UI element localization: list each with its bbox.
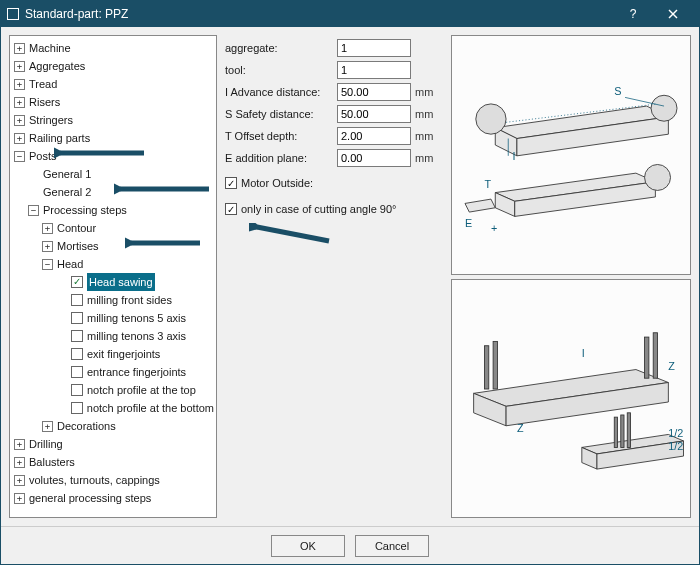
svg-text:1/2: 1/2 bbox=[668, 426, 683, 438]
svg-line-5 bbox=[257, 227, 329, 241]
diagram-top: S I T E + bbox=[451, 35, 691, 275]
svg-text:I: I bbox=[513, 150, 516, 162]
label-safety: S Safety distance: bbox=[225, 108, 333, 120]
input-tool[interactable] bbox=[337, 61, 411, 79]
tree-item[interactable]: milling tenons 5 axis bbox=[87, 309, 186, 327]
close-icon bbox=[668, 9, 678, 19]
svg-point-9 bbox=[476, 104, 506, 134]
checkbox-icon[interactable] bbox=[71, 294, 83, 306]
annotation-arrow bbox=[249, 223, 339, 247]
parameter-form: aggregate: tool: I Advance distance: mm bbox=[225, 35, 443, 518]
svg-text:Z: Z bbox=[668, 359, 675, 371]
input-advance-distance[interactable] bbox=[337, 83, 411, 101]
tree-item[interactable]: Tread bbox=[29, 75, 57, 93]
app-icon bbox=[7, 8, 19, 20]
tree-item[interactable]: notch profile at the bottom bbox=[87, 399, 214, 417]
checkbox-icon[interactable] bbox=[71, 384, 83, 396]
svg-rect-27 bbox=[653, 332, 657, 377]
milling-diagram-icon: I Z Z 1/2 1/2 bbox=[452, 280, 690, 518]
label-motor-outside: Motor Outside: bbox=[241, 177, 313, 189]
expand-icon[interactable]: + bbox=[42, 421, 53, 432]
collapse-icon[interactable]: − bbox=[42, 259, 53, 270]
tree-item[interactable]: notch profile at the top bbox=[87, 381, 196, 399]
content-area: aggregate: tool: I Advance distance: mm bbox=[225, 35, 691, 518]
svg-text:T: T bbox=[484, 178, 491, 190]
tree-item[interactable]: general processing steps bbox=[29, 489, 151, 507]
tree-item[interactable]: Risers bbox=[29, 93, 60, 111]
collapse-icon[interactable]: − bbox=[14, 151, 25, 162]
tree-item[interactable]: exit fingerjoints bbox=[87, 345, 160, 363]
diagram-area: S I T E + bbox=[451, 35, 691, 518]
unit: mm bbox=[415, 130, 437, 142]
expand-icon[interactable]: + bbox=[14, 115, 25, 126]
expand-icon[interactable]: + bbox=[42, 241, 53, 252]
svg-point-10 bbox=[651, 95, 677, 121]
input-offset-depth[interactable] bbox=[337, 127, 411, 145]
expand-icon[interactable]: + bbox=[14, 43, 25, 54]
label-addition: E addition plane: bbox=[225, 152, 333, 164]
expand-icon[interactable]: + bbox=[14, 133, 25, 144]
checkbox-icon[interactable] bbox=[71, 348, 83, 360]
tree-item[interactable]: Decorations bbox=[57, 417, 116, 435]
expand-icon[interactable]: + bbox=[14, 439, 25, 450]
tree-item[interactable]: Stringers bbox=[29, 111, 73, 129]
input-addition-plane[interactable] bbox=[337, 149, 411, 167]
navigation-tree[interactable]: +Machine +Aggregates +Tread +Risers +Str… bbox=[9, 35, 217, 518]
svg-text:E: E bbox=[465, 217, 472, 229]
expand-icon[interactable]: + bbox=[42, 223, 53, 234]
ok-button[interactable]: OK bbox=[271, 535, 345, 557]
tree-item-head[interactable]: Head bbox=[57, 255, 83, 273]
unit: mm bbox=[415, 108, 437, 120]
cancel-button[interactable]: Cancel bbox=[355, 535, 429, 557]
tree-item-processing-steps[interactable]: Processing steps bbox=[43, 201, 127, 219]
tree-item-posts[interactable]: Posts bbox=[29, 147, 57, 165]
svg-text:1/2: 1/2 bbox=[668, 439, 683, 451]
label-aggregate: aggregate: bbox=[225, 42, 333, 54]
expand-icon[interactable]: + bbox=[14, 97, 25, 108]
expand-icon[interactable]: + bbox=[14, 493, 25, 504]
svg-rect-31 bbox=[614, 417, 617, 447]
svg-rect-33 bbox=[627, 412, 630, 447]
expand-icon[interactable]: + bbox=[14, 61, 25, 72]
tree-item[interactable]: General 2 bbox=[43, 183, 91, 201]
checkbox-icon[interactable]: ✓ bbox=[71, 276, 83, 288]
tree-item[interactable]: General 1 bbox=[43, 165, 91, 183]
checkbox-icon[interactable] bbox=[71, 402, 83, 414]
close-button[interactable] bbox=[653, 1, 693, 27]
dialog-window: Standard-part: PPZ ? +Machine +Aggregate… bbox=[0, 0, 700, 565]
help-button[interactable]: ? bbox=[613, 1, 653, 27]
checkbox-motor-outside[interactable]: ✓ bbox=[225, 177, 237, 189]
svg-marker-15 bbox=[465, 199, 495, 212]
expand-icon[interactable]: + bbox=[14, 79, 25, 90]
checkbox-icon[interactable] bbox=[71, 330, 83, 342]
expand-icon[interactable]: + bbox=[14, 457, 25, 468]
tree-item[interactable]: milling tenons 3 axis bbox=[87, 327, 186, 345]
tree-item[interactable]: entrance fingerjoints bbox=[87, 363, 186, 381]
sawing-diagram-icon: S I T E + bbox=[452, 36, 690, 274]
diagram-bottom: I Z Z 1/2 1/2 bbox=[451, 279, 691, 519]
input-aggregate[interactable] bbox=[337, 39, 411, 57]
collapse-icon[interactable]: − bbox=[28, 205, 39, 216]
tree-item[interactable]: volutes, turnouts, cappings bbox=[29, 471, 160, 489]
tree-item-head-sawing[interactable]: Head sawing bbox=[87, 273, 155, 291]
input-safety-distance[interactable] bbox=[337, 105, 411, 123]
checkbox-icon[interactable] bbox=[71, 312, 83, 324]
expand-icon[interactable]: + bbox=[14, 475, 25, 486]
label-offset: T Offset depth: bbox=[225, 130, 333, 142]
svg-text:Z: Z bbox=[517, 422, 524, 434]
tree-item[interactable]: Contour bbox=[57, 219, 96, 237]
tree-item[interactable]: Drilling bbox=[29, 435, 63, 453]
tree-item[interactable]: Mortises bbox=[57, 237, 99, 255]
svg-text:I: I bbox=[582, 346, 585, 358]
svg-rect-32 bbox=[621, 414, 624, 446]
checkbox-icon[interactable] bbox=[71, 366, 83, 378]
tree-item[interactable]: Railing parts bbox=[29, 129, 90, 147]
svg-text:S: S bbox=[614, 85, 621, 97]
tree-item[interactable]: Balusters bbox=[29, 453, 75, 471]
dialog-footer: OK Cancel bbox=[1, 526, 699, 564]
tree-item[interactable]: Aggregates bbox=[29, 57, 85, 75]
tree-item[interactable]: Machine bbox=[29, 39, 71, 57]
tree-item[interactable]: milling front sides bbox=[87, 291, 172, 309]
label-advance: I Advance distance: bbox=[225, 86, 333, 98]
checkbox-cutting-angle-90[interactable]: ✓ bbox=[225, 203, 237, 215]
